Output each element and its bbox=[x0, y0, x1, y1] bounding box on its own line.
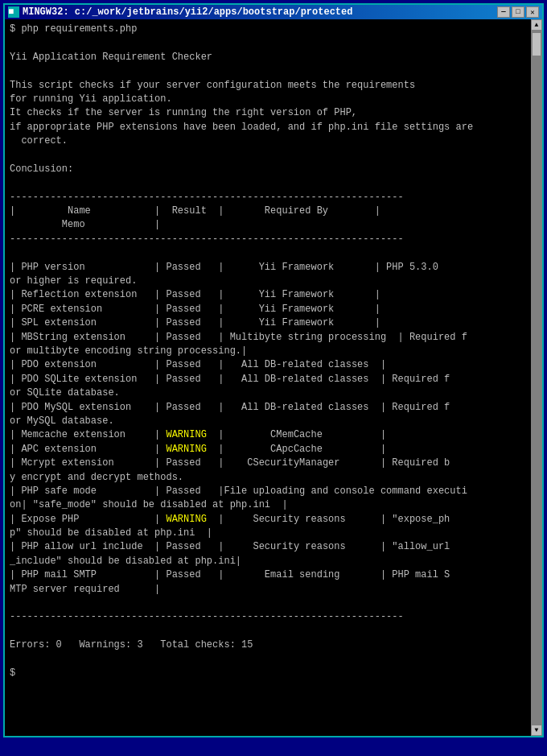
app-title: Yii Application Requirement Checker bbox=[10, 52, 212, 63]
row-expose-php: | Expose PHP | WARNING | Security reason… bbox=[10, 514, 450, 525]
row-expose-php-memo: p" should be disabled at php.ini | bbox=[10, 527, 212, 539]
terminal-window: ■ MINGW32: c:/_work/jetbrains/yii2/apps/… bbox=[3, 3, 544, 737]
row-pdo-mysql-memo: or MySQL database. bbox=[10, 415, 114, 427]
row-php-version-memo: or higher is required. bbox=[10, 275, 137, 287]
desc-line1: This script checks if your server config… bbox=[10, 80, 415, 91]
row-safe-mode-memo: on| "safe_mode" should be disabled at ph… bbox=[10, 499, 288, 510]
title-bar-left: ■ MINGW32: c:/_work/jetbrains/yii2/apps/… bbox=[8, 6, 352, 18]
sep2: ----------------------------------------… bbox=[10, 233, 404, 245]
row-mail-smtp: | PHP mail SMTP | Passed | Email sending… bbox=[10, 569, 450, 580]
row-memcache: | Memcache extension | WARNING | CMemCac… bbox=[10, 429, 386, 440]
maximize-button[interactable]: □ bbox=[512, 6, 524, 18]
row-php-version: | PHP version | Passed | Yii Framework |… bbox=[10, 262, 438, 273]
row-safe-mode: | PHP safe mode | Passed |File uploading… bbox=[10, 485, 467, 497]
row-pdo-mysql: | PDO MySQL extension | Passed | All DB-… bbox=[10, 402, 450, 413]
desc-line4: if appropriate PHP extensions have been … bbox=[10, 122, 473, 133]
window-icon: ■ bbox=[8, 6, 19, 18]
row-mbstring-memo: or multibyte encoding string processing.… bbox=[10, 345, 247, 357]
terminal-area: $ php requirements.php Yii Application R… bbox=[5, 19, 542, 736]
scroll-thumb[interactable] bbox=[532, 32, 541, 56]
summary-line: Errors: 0 Warnings: 3 Total checks: 15 bbox=[10, 639, 253, 651]
desc-line2: for running Yii application. bbox=[10, 93, 172, 105]
final-prompt: $ bbox=[10, 667, 15, 679]
table-header2: Memo | bbox=[10, 219, 160, 230]
scrollbar[interactable]: ▲ ▼ bbox=[531, 19, 542, 736]
scroll-track[interactable] bbox=[531, 31, 542, 725]
scroll-down-button[interactable]: ▼ bbox=[531, 725, 542, 736]
title-bar: ■ MINGW32: c:/_work/jetbrains/yii2/apps/… bbox=[5, 5, 542, 19]
desc-line3: It checks if the server is running the r… bbox=[10, 107, 357, 118]
prompt-line: $ php requirements.php bbox=[10, 23, 137, 35]
row-mail-smtp-memo: MTP server required | bbox=[10, 584, 160, 595]
row-pcre: | PCRE extension | Passed | Yii Framewor… bbox=[10, 304, 380, 315]
terminal-content: $ php requirements.php Yii Application R… bbox=[10, 23, 537, 680]
row-pdo-sqlite-memo: or SQLite database. bbox=[10, 387, 120, 399]
window-title: MINGW32: c:/_work/jetbrains/yii2/apps/bo… bbox=[23, 6, 352, 18]
title-buttons: — □ ✕ bbox=[497, 6, 539, 18]
row-mcrypt: | Mcrypt extension | Passed | CSecurityM… bbox=[10, 457, 450, 469]
row-allow-url-memo: _include" should be disabled at php.ini| bbox=[10, 556, 241, 567]
row-mcrypt-memo: y encrypt and decrypt methods. bbox=[10, 472, 183, 483]
row-allow-url: | PHP allow url include | Passed | Secur… bbox=[10, 541, 450, 552]
close-button[interactable]: ✕ bbox=[526, 6, 539, 18]
row-pdo-sqlite: | PDO SQLite extension | Passed | All DB… bbox=[10, 374, 450, 385]
minimize-button[interactable]: — bbox=[497, 6, 510, 18]
desc-line5: correct. bbox=[10, 135, 68, 147]
row-apc: | APC extension | WARNING | CApcCache | bbox=[10, 444, 386, 455]
conclusion-label: Conclusion: bbox=[10, 163, 73, 175]
row-reflection: | Reflection extension | Passed | Yii Fr… bbox=[10, 289, 380, 300]
sep1: ----------------------------------------… bbox=[10, 192, 404, 203]
sep3: ----------------------------------------… bbox=[10, 611, 404, 622]
row-pdo: | PDO extension | Passed | All DB-relate… bbox=[10, 359, 386, 370]
row-spl: | SPL extension | Passed | Yii Framework… bbox=[10, 317, 380, 328]
table-header1: | Name | Result | Required By | bbox=[10, 205, 380, 217]
scroll-up-button[interactable]: ▲ bbox=[531, 19, 542, 31]
row-mbstring: | MBString extension | Passed | Multibyt… bbox=[10, 332, 467, 343]
